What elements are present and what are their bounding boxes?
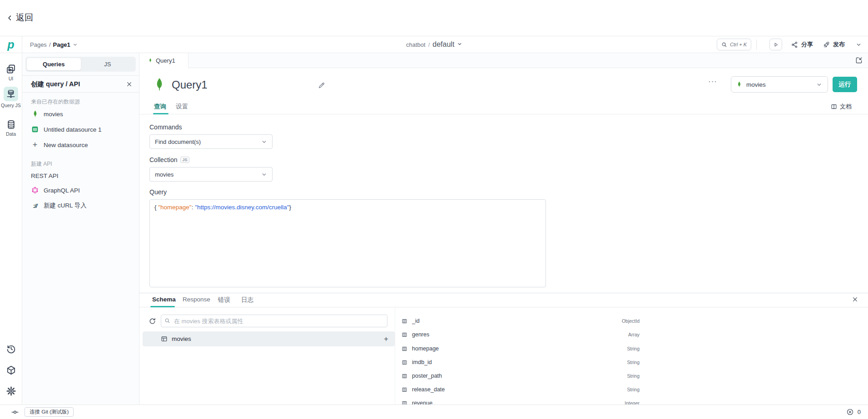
ui-pages-icon (5, 64, 16, 74)
new-datasource-label: New datasource (44, 142, 88, 148)
query-js-icon (4, 87, 18, 101)
api-item-graphql[interactable]: GraphQL API (31, 185, 80, 195)
environment-switcher[interactable]: chatbot / default (406, 40, 462, 49)
column-icon (402, 346, 407, 352)
schema-fields-list: _id ObjectId genres Array homepage Strin… (402, 307, 868, 404)
field-row[interactable]: revenue Integer (402, 396, 640, 404)
field-row[interactable]: genres Array (402, 328, 640, 341)
share-button[interactable]: 分享 (791, 40, 813, 49)
tab-queries[interactable]: Queries (27, 58, 81, 70)
settings-button[interactable] (0, 386, 22, 396)
schema-search-input[interactable] (161, 315, 387, 327)
field-row[interactable]: release_date String (402, 383, 640, 396)
curl-icon: :// (31, 202, 39, 209)
logo-glyph: p (7, 39, 14, 50)
chevron-down-icon (457, 41, 462, 47)
active-tab-underline (150, 306, 175, 307)
topbar-actions: Ctrl + K 分享 发布 (717, 36, 862, 53)
statusbar-right: 0 (846, 408, 861, 416)
rail-item-query-js[interactable]: Query JS (0, 87, 22, 108)
breadcrumb[interactable]: Pages / Page1 (30, 41, 78, 48)
query-more-menu[interactable]: ··· (708, 77, 717, 86)
add-column-button[interactable]: + (384, 335, 388, 344)
publish-menu-chevron[interactable] (856, 42, 862, 48)
docs-link[interactable]: 文档 (831, 103, 852, 111)
gear-icon (6, 386, 16, 396)
tab-query[interactable]: 查询 (154, 103, 166, 111)
topbar-divider (756, 39, 757, 49)
mongodb-leaf-icon (31, 110, 39, 118)
js-badge[interactable]: JS (180, 157, 189, 163)
tab-logs[interactable]: 日志 (241, 296, 253, 304)
breadcrumb-sep: / (49, 41, 51, 48)
rail-item-ui[interactable]: UI (0, 64, 22, 81)
package-icon (6, 365, 16, 375)
rail-item-data[interactable]: Data (0, 119, 22, 137)
search-shortcut: Ctrl + K (730, 42, 747, 47)
active-tab-underline (153, 113, 169, 114)
collection-label: Collection JS (149, 156, 189, 163)
history-button[interactable] (0, 344, 22, 354)
mongodb-leaf-icon (154, 75, 165, 94)
global-search-button[interactable]: Ctrl + K (717, 39, 751, 50)
result-panel: Schema Response 错误 日志 (139, 293, 868, 404)
field-row[interactable]: poster_path String (402, 369, 640, 383)
edit-pencil-icon[interactable] (318, 82, 325, 89)
panel-header: 创建 query / API (22, 76, 139, 93)
close-icon[interactable] (126, 81, 132, 87)
refresh-icon[interactable] (149, 317, 156, 325)
docs-label: 文档 (840, 103, 852, 111)
rocket-icon (823, 41, 830, 48)
graphql-icon (31, 187, 39, 194)
datasource-select[interactable]: movies (731, 76, 828, 93)
rail-label-query-js: Query JS (1, 103, 21, 108)
tab-settings[interactable]: 设置 (176, 103, 188, 111)
tab-schema[interactable]: Schema (152, 296, 176, 303)
collection-select[interactable]: movies (149, 167, 273, 182)
share-label: 分享 (801, 40, 813, 49)
table-name: movies (172, 335, 191, 342)
datasource-item-untitled[interactable]: Untitled datasource 1 (31, 124, 102, 134)
back-button[interactable]: 返回 (6, 12, 33, 24)
code-line: { "homepage": "https://movies.disney.com… (154, 204, 541, 211)
new-datasource-button[interactable]: + New datasource (31, 140, 88, 150)
table-row-movies[interactable]: movies + (143, 331, 395, 346)
connect-git-button[interactable]: 连接 Git (测试版) (25, 407, 74, 417)
field-row[interactable]: homepage String (402, 342, 640, 355)
column-icon (402, 373, 407, 379)
query-code-editor[interactable]: { "homepage": "https://movies.disney.com… (149, 199, 546, 287)
app-root: 返回 p Pages / Page1 chatbot / default (0, 0, 868, 419)
share-icon (791, 41, 798, 48)
tab-errors[interactable]: 错误 (218, 296, 230, 304)
collection-select-value: movies (155, 171, 174, 178)
column-icon (402, 332, 407, 338)
run-button[interactable]: 运行 (833, 77, 857, 92)
api-item-curl[interactable]: :// 新建 cURL 导入 (31, 201, 87, 211)
field-row[interactable]: imdb_id String (402, 355, 640, 369)
field-row[interactable]: _id ObjectId (402, 314, 640, 328)
query-creation-panel: Queries JS 创建 query / API 来自已存在的数据源 movi… (22, 53, 139, 404)
query-tab-query1[interactable]: Query1 (139, 53, 188, 68)
google-sheets-icon (31, 126, 39, 133)
tab-js[interactable]: JS (81, 58, 135, 70)
chevron-left-icon (6, 15, 13, 21)
query-title: Query1 (172, 79, 208, 91)
close-icon[interactable] (852, 296, 858, 302)
package-button[interactable] (0, 365, 22, 375)
app-logo[interactable]: p (0, 36, 22, 53)
result-tabs: Schema Response 错误 日志 (139, 293, 868, 307)
datasource-item-movies[interactable]: movies (31, 109, 63, 119)
commands-select[interactable]: Find document(s) (149, 134, 273, 149)
publish-button[interactable]: 发布 (823, 40, 845, 49)
top-bar: p Pages / Page1 chatbot / default Ctrl +… (0, 36, 868, 53)
chevron-down-icon (73, 42, 78, 47)
database-icon (6, 119, 16, 130)
collapse-icon[interactable] (855, 57, 863, 64)
env-sep: / (428, 41, 430, 48)
preview-button[interactable] (769, 39, 782, 50)
error-circle-icon[interactable] (846, 408, 854, 416)
search-icon (721, 42, 727, 48)
api-item-rest[interactable]: REST API (31, 171, 59, 181)
query-tabstrip: Query1 (139, 53, 868, 68)
tab-response[interactable]: Response (183, 296, 210, 303)
